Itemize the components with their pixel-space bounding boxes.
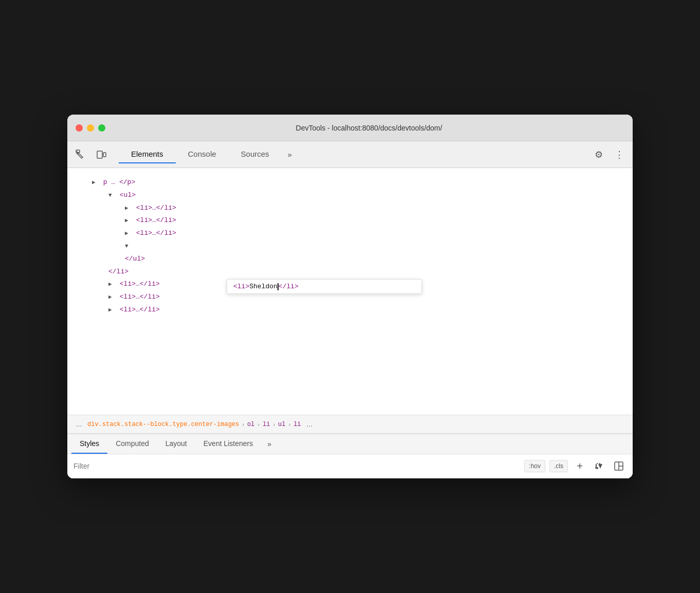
dom-line-li-1[interactable]: <li>…</li> (67, 202, 633, 215)
dom-line-li-close[interactable]: </li> (67, 266, 633, 279)
breadcrumb-item-div[interactable]: div.stack.stack--block.type.center-image… (87, 421, 239, 428)
minimize-button[interactable] (87, 124, 94, 132)
breadcrumb-item-ol[interactable]: ol (247, 421, 254, 428)
dom-line-li-sheldon[interactable] (67, 240, 633, 253)
expand-arrow-li-sheldon[interactable] (125, 242, 132, 251)
dom-line-li-2[interactable]: <li>…</li> (67, 214, 633, 227)
dom-line-ul-open[interactable]: <ul> (67, 189, 633, 202)
tag-li-6: <li>…</li> (120, 306, 160, 313)
breadcrumb-separator-2: › (257, 421, 260, 428)
breadcrumb-separator-4: › (288, 421, 290, 428)
dom-line-li-3[interactable]: <li>…</li> (67, 227, 633, 240)
inspect-button[interactable] (71, 145, 90, 164)
tab-console[interactable]: Console (176, 145, 229, 163)
styles-tab-styles[interactable]: Styles (71, 434, 107, 454)
device-icon (96, 150, 106, 160)
breadcrumb-separator-3: › (273, 421, 275, 428)
styles-tab-overflow[interactable]: » (261, 435, 278, 453)
toolbar-icons (71, 145, 110, 164)
svg-rect-0 (76, 150, 80, 153)
styles-tabs: Styles Computed Layout Event Listeners » (67, 434, 633, 454)
breadcrumb-separator-1: › (242, 421, 244, 428)
svg-rect-1 (97, 151, 102, 158)
styles-tab-layout[interactable]: Layout (157, 434, 195, 454)
svg-rect-2 (103, 153, 106, 157)
tag-ul-close: </ul> (125, 255, 145, 263)
breadcrumb-item-li[interactable]: li (263, 421, 270, 428)
expand-arrow-li3[interactable] (125, 229, 132, 238)
breadcrumb-item-li2[interactable]: li (293, 421, 301, 428)
popup-text-content: Sheldon (249, 283, 278, 290)
titlebar: DevTools - localhost:8080/docs/devtools/… (67, 115, 633, 141)
hov-button[interactable]: :hov (524, 460, 545, 472)
toolbar-right: ⚙ ⋮ (590, 145, 629, 164)
cls-button[interactable]: .cls (549, 460, 568, 472)
tag-li-2: <li>…</li> (136, 216, 176, 224)
expand-arrow-li2[interactable] (125, 216, 132, 226)
tag-li-5: <li>…</li> (120, 293, 160, 301)
traffic-lights (76, 124, 105, 132)
filter-input[interactable] (73, 462, 520, 470)
inspect-icon (76, 150, 86, 160)
tag-ul-open: <ul> (120, 191, 136, 199)
inline-edit-popup[interactable]: <li>Sheldon</li> (227, 279, 422, 294)
styles-tab-event-listeners[interactable]: Event Listeners (195, 434, 262, 454)
breadcrumb-overflow[interactable]: … (304, 419, 315, 429)
dom-panel[interactable]: p … </p> <ul> <li>…</li> <li>…</li> <li>… (67, 168, 633, 415)
popup-tag-open: <li> (233, 283, 249, 290)
breadcrumb-bar: … div.stack.stack--block.type.center-ima… (67, 415, 633, 434)
main-tabs: Elements Console Sources » (119, 145, 590, 163)
tag-li-3: <li>…</li> (136, 229, 176, 237)
window-title: DevTools - localhost:8080/docs/devtools/… (114, 124, 624, 132)
panel-icon (614, 461, 623, 471)
tag-li-4: <li>…</li> (120, 280, 160, 288)
paint-icon (595, 461, 604, 471)
expand-arrow-li1[interactable] (125, 204, 132, 213)
breadcrumb-item-ul[interactable]: ul (278, 421, 285, 428)
add-style-button[interactable]: + (572, 458, 587, 474)
device-button[interactable] (92, 145, 110, 164)
expand-arrow-li4[interactable] (108, 280, 116, 289)
devtools-window: DevTools - localhost:8080/docs/devtools/… (67, 115, 633, 478)
tag-li-close: </li> (108, 268, 128, 275)
close-button[interactable] (76, 124, 83, 132)
expand-arrow-li6[interactable] (108, 306, 116, 315)
settings-button[interactable]: ⚙ (590, 145, 608, 164)
paint-icon-button[interactable] (592, 458, 607, 474)
expand-arrow-li5[interactable] (108, 293, 116, 302)
filter-bar: :hov .cls + (67, 454, 633, 478)
tag-li-1: <li>…</li> (136, 204, 176, 212)
dom-line-p[interactable]: p … </p> (67, 176, 633, 189)
toolbar: Elements Console Sources » ⚙ ⋮ (67, 141, 633, 168)
styles-tab-computed[interactable]: Computed (107, 434, 157, 454)
breadcrumb-more[interactable]: … (73, 419, 84, 429)
maximize-button[interactable] (98, 124, 105, 132)
styles-panel: Styles Computed Layout Event Listeners »… (67, 434, 633, 478)
expand-arrow-ul[interactable] (108, 191, 116, 200)
dom-line-ul-close[interactable]: </ul> (67, 253, 633, 266)
tag-p: p … </p> (103, 178, 135, 186)
tab-sources[interactable]: Sources (229, 145, 282, 163)
more-button[interactable]: ⋮ (610, 145, 629, 164)
expand-arrow[interactable] (92, 178, 99, 188)
tab-overflow[interactable]: » (282, 146, 298, 163)
panel-icon-button[interactable] (611, 458, 627, 474)
popup-tag-close: </li> (279, 283, 299, 290)
dom-line-li-6[interactable]: <li>…</li> (67, 304, 633, 317)
tab-elements[interactable]: Elements (119, 145, 176, 163)
